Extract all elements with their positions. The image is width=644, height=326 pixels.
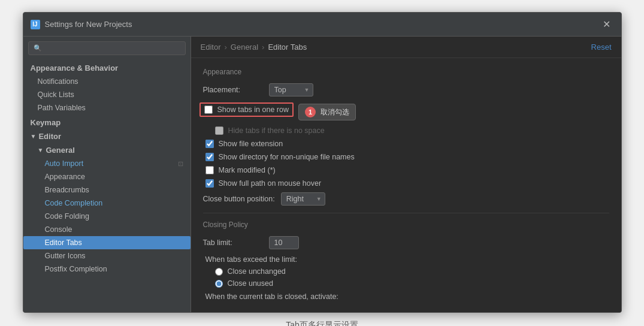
breadcrumb-sep1: › — [224, 43, 226, 52]
show-extension-checkbox[interactable] — [205, 140, 214, 148]
general-label: General — [46, 146, 74, 155]
show-tabs-row-container: Show tabs in one row 1 取消勾选 — [203, 102, 609, 122]
show-extension-row: Show file extension — [203, 140, 609, 148]
divider — [203, 213, 609, 213]
sidebar-item-autoimport[interactable]: Auto Import ⊡ — [23, 157, 191, 170]
editor-collapse-icon: ▼ — [31, 133, 37, 140]
show-fullpath-checkbox[interactable] — [205, 179, 214, 188]
titlebar-left: IJ Settings for New Projects — [31, 20, 132, 29]
close-position-label: Close button position: — [203, 195, 275, 203]
guttericons-label: Gutter Icons — [45, 252, 86, 260]
show-extension-label: Show file extension — [219, 140, 283, 148]
sidebar-item-postfixcompletion[interactable]: Postfix Completion — [23, 262, 191, 276]
close-button-position-row: Close button position: Left Right Hidden — [203, 192, 609, 206]
postfixcompletion-label: Postfix Completion — [45, 265, 107, 273]
sidebar-section-keymap: Keymap — [23, 114, 191, 129]
when-exceed-label: When tabs exceed the limit: — [203, 255, 609, 264]
close-unused-label: Close unused — [228, 279, 273, 288]
hide-tabs-row: Hide tabs if there is no space — [203, 126, 609, 135]
sidebar-item-editortabs[interactable]: Editor Tabs — [23, 236, 191, 249]
breadcrumb-editor: Editor — [201, 43, 221, 52]
window-title: Settings for New Projects — [45, 20, 132, 29]
reset-button[interactable]: Reset — [591, 43, 612, 52]
appearance-label: Appearance — [45, 173, 85, 181]
tab-limit-input[interactable] — [269, 236, 299, 249]
closing-policy-label: Closing Policy — [203, 221, 609, 229]
show-directory-label: Show directory for non-unique file names — [219, 153, 355, 161]
close-unchanged-row: Close unchanged — [203, 267, 609, 276]
breadcrumb-sep2: › — [262, 43, 264, 52]
editortabs-label: Editor Tabs — [45, 239, 82, 247]
breadcrumb-bar: Editor › General › Editor Tabs Reset — [191, 37, 621, 58]
close-button[interactable]: ✕ — [599, 17, 614, 31]
sidebar: 🔍 Appearance & Behavior Notifications Qu… — [23, 37, 191, 312]
sidebar-item-appearance[interactable]: Appearance — [23, 170, 191, 183]
content-area: 🔍 Appearance & Behavior Notifications Qu… — [23, 37, 621, 312]
sidebar-item-codecompletion[interactable]: Code Completion — [23, 197, 191, 210]
placement-dropdown-wrap: Top Bottom Left Right — [269, 83, 313, 96]
close-unused-row: Close unused — [203, 279, 609, 288]
appearance-section-label: Appearance — [203, 68, 609, 76]
close-unchanged-radio[interactable] — [215, 268, 223, 276]
hide-tabs-label: Hide tabs if there is no space — [228, 126, 325, 135]
app-icon: IJ — [31, 20, 40, 29]
tooltip-text: 取消勾选 — [321, 107, 349, 117]
console-label: Console — [45, 225, 72, 234]
close-position-dropdown-wrap: Left Right Hidden — [281, 192, 325, 206]
settings-content: Appearance Placement: Top Bottom Left Ri… — [191, 58, 621, 312]
codecompletion-label: Code Completion — [45, 199, 103, 207]
settings-window: IJ Settings for New Projects ✕ 🔍 Appeara… — [23, 12, 622, 313]
tab-limit-row: Tab limit: — [203, 236, 609, 249]
show-tabs-row: Show tabs in one row — [199, 102, 294, 117]
close-position-dropdown[interactable]: Left Right Hidden — [281, 192, 325, 206]
sidebar-item-breadcrumbs[interactable]: Breadcrumbs — [23, 183, 191, 197]
breadcrumb: Editor › General › Editor Tabs — [201, 43, 307, 52]
mark-modified-checkbox[interactable] — [205, 166, 214, 174]
placement-row: Placement: Top Bottom Left Right — [203, 83, 609, 96]
close-unchanged-label: Close unchanged — [228, 267, 286, 276]
show-fullpath-row: Show full path on mouse hover — [203, 179, 609, 188]
sidebar-item-pathvariables[interactable]: Path Variables — [23, 101, 191, 114]
mark-modified-row: Mark modified (*) — [203, 166, 609, 174]
footer-caption: Tab页多行显示设置 — [286, 320, 358, 326]
sidebar-section-editor[interactable]: ▼ Editor — [23, 129, 191, 143]
hide-tabs-checkbox — [215, 126, 223, 135]
search-icon: 🔍 — [34, 44, 42, 52]
sidebar-item-quicklists[interactable]: Quick Lists — [23, 88, 191, 101]
show-directory-row: Show directory for non-unique file names — [203, 153, 609, 161]
sidebar-item-guttericons[interactable]: Gutter Icons — [23, 249, 191, 262]
show-fullpath-label: Show full path on mouse hover — [219, 179, 322, 188]
sidebar-item-notifications[interactable]: Notifications — [23, 75, 191, 88]
autoimport-label: Auto Import — [45, 159, 84, 168]
search-box[interactable]: 🔍 — [28, 41, 186, 55]
main-panel: Editor › General › Editor Tabs Reset App… — [191, 37, 621, 312]
breadcrumbs-label: Breadcrumbs — [45, 186, 89, 194]
show-directory-checkbox[interactable] — [205, 153, 214, 161]
sidebar-item-console[interactable]: Console — [23, 223, 191, 236]
breadcrumb-editortabs: Editor Tabs — [268, 43, 307, 52]
tooltip-bubble: 1 取消勾选 — [298, 104, 356, 120]
show-tabs-label: Show tabs in one row — [217, 105, 289, 114]
tooltip-number: 1 — [305, 107, 316, 117]
placement-label: Placement: — [203, 86, 263, 94]
sidebar-section-general[interactable]: ▼ General — [23, 143, 191, 157]
sidebar-section-appearance: Appearance & Behavior — [23, 60, 191, 75]
breadcrumb-general: General — [231, 43, 258, 52]
titlebar: IJ Settings for New Projects ✕ — [23, 13, 621, 37]
tab-limit-label: Tab limit: — [203, 239, 263, 247]
codefolding-label: Code Folding — [45, 212, 89, 221]
show-tabs-checkbox[interactable] — [204, 105, 213, 114]
editor-label: Editor — [38, 132, 61, 141]
close-unused-radio[interactable] — [215, 280, 223, 288]
placement-dropdown[interactable]: Top Bottom Left Right — [269, 83, 313, 96]
when-closed-label: When the current tab is closed, activate… — [203, 292, 609, 301]
general-collapse-icon: ▼ — [38, 147, 44, 153]
mark-modified-label: Mark modified (*) — [219, 166, 276, 174]
sidebar-item-codefolding[interactable]: Code Folding — [23, 210, 191, 223]
autoimport-icon: ⊡ — [178, 160, 183, 168]
